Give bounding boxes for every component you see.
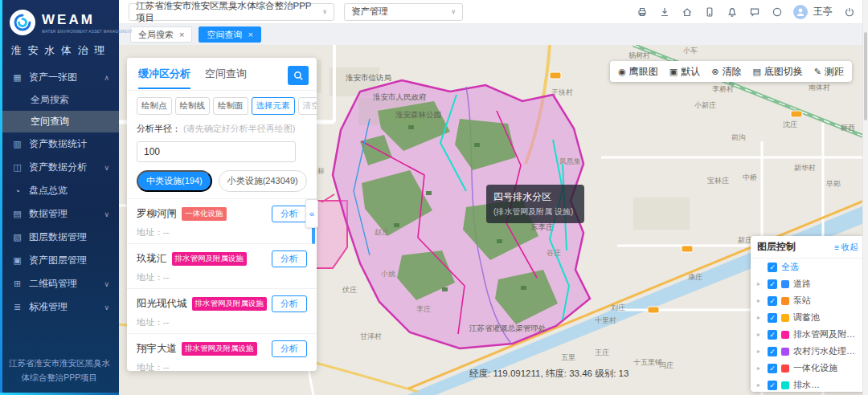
status-circle-icon[interactable] xyxy=(771,6,783,18)
tab-spatial-query[interactable]: 空间查询× xyxy=(199,26,260,43)
map-tool-basemap-switch[interactable]: ▤底图切换 xyxy=(752,65,802,79)
chevron-down-icon: ∨ xyxy=(104,164,109,172)
sidebar-item-3[interactable]: ◔盘点总览 xyxy=(0,179,119,202)
layer-row-3[interactable]: ▸✓排水管网及附属设施 xyxy=(751,326,865,343)
map-tool-default[interactable]: ▣默认 xyxy=(669,65,700,79)
menu-item-icon: ▥ xyxy=(12,139,23,149)
sidebar-subitem-0-1[interactable]: 空间查询 xyxy=(0,111,119,132)
sidebar-item-0[interactable]: ▦资产一张图∧ xyxy=(0,66,119,89)
checkbox-checked-icon[interactable]: ✓ xyxy=(768,330,777,340)
scrollbar-thumb[interactable] xyxy=(864,32,867,120)
sidebar-item-2[interactable]: ◫资产数据分析∨ xyxy=(0,156,119,179)
module-select-value: 资产管理 xyxy=(351,6,388,18)
radius-hint: (请先确定好分析半径再绘图) xyxy=(183,124,295,133)
map-tooltip: 四号排水分区 (排水管网及附属 设施) xyxy=(486,185,584,223)
map-label: 宝林庄 xyxy=(707,177,729,185)
caret-right-icon[interactable]: ▸ xyxy=(757,280,764,287)
layer-color-swatch xyxy=(781,280,789,288)
draw-tool-0[interactable]: 绘制点 xyxy=(137,97,172,115)
checkbox-checked-icon[interactable]: ✓ xyxy=(768,263,777,272)
home-icon[interactable] xyxy=(681,6,693,18)
layer-color-swatch xyxy=(781,364,789,373)
analyze-button[interactable]: 分析 xyxy=(272,206,307,222)
avatar[interactable] xyxy=(793,5,808,19)
panel-tab-spatial-query[interactable]: 空间查询 xyxy=(205,67,247,89)
download-icon[interactable] xyxy=(658,6,670,18)
checkbox-checked-icon[interactable]: ✓ xyxy=(768,313,777,323)
menu-item-label: 图层数据管理 xyxy=(29,230,87,244)
sidebar-item-1[interactable]: ▥资产数据统计 xyxy=(0,132,119,156)
tab-global-search[interactable]: 全局搜索× xyxy=(130,26,192,43)
collapse-layers-button[interactable]: ≡ 收起 xyxy=(834,242,858,253)
sidebar-item-5[interactable]: ▧图层数据管理 xyxy=(0,226,119,249)
checkbox-checked-icon[interactable]: ✓ xyxy=(768,279,777,289)
category-pill-0[interactable]: 中类设施(194) xyxy=(137,170,212,192)
analyze-button[interactable]: 分析 xyxy=(272,340,307,357)
menu-item-icon: ◔ xyxy=(12,186,23,196)
draw-tool-3[interactable]: 选择元素 xyxy=(252,97,295,115)
map-label: 淮安森林公园 xyxy=(395,110,441,119)
printer-icon[interactable] xyxy=(636,6,648,18)
caret-right-icon[interactable]: ▸ xyxy=(757,314,764,321)
close-icon[interactable]: × xyxy=(248,30,252,39)
chevron-down-icon: ∨ xyxy=(322,8,327,15)
result-row: 阳光现代城排水管网及附属设施分析 xyxy=(137,295,307,312)
tab-strip: 全局搜索×空间查询× xyxy=(119,24,868,45)
caret-right-icon[interactable]: ▸ xyxy=(757,331,764,338)
page-scrollbar[interactable] xyxy=(862,0,868,395)
map-tool-measure[interactable]: ✎测距 xyxy=(814,65,844,79)
map-label: 小姚 xyxy=(380,270,395,278)
sidebar-subitem-0-0[interactable]: 全局搜索 xyxy=(0,89,119,111)
mobile-icon[interactable] xyxy=(703,6,715,18)
message-icon[interactable] xyxy=(748,6,760,18)
checkbox-checked-icon[interactable]: ✓ xyxy=(768,364,777,373)
category-pill-1[interactable]: 小类设施(243049) xyxy=(219,170,307,192)
layer-row-6[interactable]: ▸✓排水… xyxy=(751,377,865,392)
panel-tab-buffer-analysis[interactable]: 缓冲区分析 xyxy=(138,67,190,89)
tooltip-title: 四号排水分区 xyxy=(493,190,577,204)
caret-right-icon[interactable]: ▸ xyxy=(757,297,764,304)
layer-row-0[interactable]: ▸✓道路 xyxy=(751,275,865,292)
analyze-button[interactable]: 分析 xyxy=(272,295,307,312)
project-select[interactable]: 江苏省淮安市淮安区黑臭水体综合整治PPP项目 ∨ xyxy=(129,3,334,21)
caret-right-icon[interactable]: ▸ xyxy=(757,381,764,389)
sidebar-item-7[interactable]: ⊞二维码管理∨ xyxy=(0,272,119,295)
analyze-button[interactable]: 分析 xyxy=(272,250,307,267)
select-all-row[interactable]: ✓ 全选 xyxy=(751,259,865,275)
sidebar-item-6[interactable]: ▣资产图层管理 xyxy=(0,249,119,272)
map-tool-icon: ▤ xyxy=(752,67,760,77)
layer-row-1[interactable]: ▸✓泵站 xyxy=(751,292,865,309)
map-label: 东李庄 xyxy=(530,222,554,231)
layer-row-2[interactable]: ▸✓调蓄池 xyxy=(751,309,865,326)
header-icon-bar: 王亭 xyxy=(636,5,855,19)
map-toolbar: ◉鹰眼图▣默认⊗清除▤底图切换✎测距 xyxy=(610,61,852,82)
sidebar-item-4[interactable]: ▤数据管理∨ xyxy=(0,202,119,226)
radius-input[interactable] xyxy=(137,141,296,162)
power-icon[interactable] xyxy=(843,6,855,18)
road-shield-icon xyxy=(682,246,693,252)
checkbox-checked-icon[interactable]: ✓ xyxy=(768,347,777,356)
caret-right-icon[interactable]: ▸ xyxy=(757,348,764,355)
menu-item-label: 标准管理 xyxy=(29,300,68,314)
layer-row-5[interactable]: ▸✓一体化设施 xyxy=(751,360,865,377)
collapse-panel-handle[interactable]: « xyxy=(305,199,318,228)
checkbox-checked-icon[interactable]: ✓ xyxy=(768,381,777,390)
select-all-label: 全选 xyxy=(781,261,799,273)
facility-address: 地址：-- xyxy=(137,226,307,238)
map-tool-eagle-eye[interactable]: ◉鹰眼图 xyxy=(618,65,658,79)
checkbox-checked-icon[interactable]: ✓ xyxy=(768,296,777,306)
draw-tool-2[interactable]: 绘制面 xyxy=(213,97,248,115)
module-select[interactable]: 资产管理 ∨ xyxy=(344,3,463,21)
project-select-value: 江苏省淮安市淮安区黑臭水体综合整治PPP项目 xyxy=(136,0,316,24)
sidebar-item-8[interactable]: ≣标准管理∨ xyxy=(0,295,119,319)
search-button[interactable] xyxy=(288,66,309,85)
list-item: 阳光现代城排水管网及附属设施分析地址：-- xyxy=(127,288,317,333)
draw-tool-1[interactable]: 绘制线 xyxy=(175,97,211,115)
caret-right-icon[interactable]: ▸ xyxy=(757,364,764,372)
bell-icon[interactable] xyxy=(726,6,738,18)
map-tool-clear[interactable]: ⊗清除 xyxy=(711,65,741,79)
draw-tool-4[interactable]: 清空 xyxy=(298,97,317,115)
map-label: 淮安市人民政府 xyxy=(373,92,427,101)
layer-row-4[interactable]: ▸✓农村污水处理设施 xyxy=(751,343,865,360)
close-icon[interactable]: × xyxy=(179,30,184,39)
